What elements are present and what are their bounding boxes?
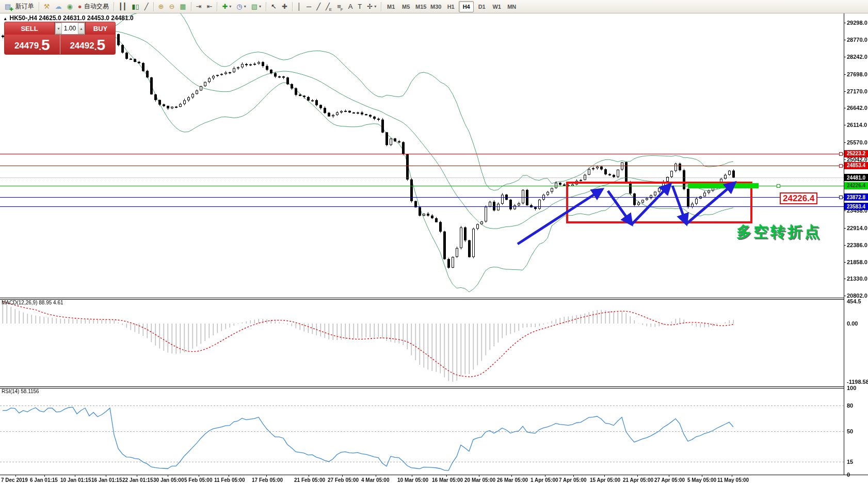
text-button[interactable]: A <box>346 1 355 12</box>
trend-arrow[interactable] <box>686 183 735 224</box>
buy-button[interactable]: BUY <box>85 22 115 35</box>
support-line-23872-badge: 23872.8 <box>844 193 868 201</box>
zoom-out-button[interactable]: ⊖ <box>167 1 176 12</box>
tile-windows-button[interactable]: ▦ <box>178 1 188 12</box>
shapes-button[interactable]: ✢▾ <box>365 1 378 12</box>
channel-button[interactable]: ╱E <box>324 1 334 12</box>
chart-candles-icon: ▮▯ <box>132 1 139 12</box>
indicators-icon: ✚ <box>222 1 228 12</box>
annotation-text[interactable]: 多空转折点 <box>736 222 822 242</box>
chart-line-icon: ╱ <box>144 1 149 12</box>
icon-sub-letter: E <box>329 7 332 12</box>
pivot-price-label[interactable]: 24226.4 <box>780 192 817 204</box>
resistance-line-25223-badge: 25223.2 <box>844 150 868 157</box>
periods-icon: ◷ <box>236 1 242 12</box>
timeframe-m1[interactable]: M1 <box>384 2 398 12</box>
chevron-down-icon: ▾ <box>229 4 231 9</box>
autotrade-button[interactable]: ●自动交易 <box>76 1 111 12</box>
timeframe-h4[interactable]: H4 <box>459 1 474 12</box>
chart-line-button[interactable]: ╱ <box>142 1 151 12</box>
buy-price-display[interactable]: 24492.5 <box>60 35 116 54</box>
chart-candles-button[interactable]: ▮▯ <box>130 1 141 12</box>
autotrade-button-label: 自动交易 <box>84 2 109 11</box>
label-button[interactable]: T <box>356 1 364 12</box>
volume-stepper: ▼ 1.00 ▲ <box>55 22 85 35</box>
rsi-indicator-label: RSI(14) 58.1156 <box>2 388 39 394</box>
trend-arrow[interactable] <box>518 189 602 244</box>
macd-indicator-label: MACD(12,26,9) 88.95 4.61 <box>2 300 63 305</box>
toolbar-separator <box>381 2 381 11</box>
autoscroll-icon: ⇥ <box>196 1 202 12</box>
crosshair-button[interactable]: ✚ <box>280 1 290 12</box>
resistance-line-24853-badge: 24853.4 <box>844 162 868 169</box>
icon-sub-letter: F <box>341 7 343 12</box>
toolbar-separator <box>114 2 114 11</box>
hline-icon: ─ <box>307 1 311 12</box>
chart-shift-button[interactable]: ⇤ <box>205 1 215 12</box>
cursor-icon: ↖ <box>271 1 277 12</box>
pivot-line-24226-badge: 24226.4 <box>844 182 868 189</box>
trend-arrow[interactable] <box>608 191 632 224</box>
cursor-button[interactable]: ↖ <box>269 1 279 12</box>
sell-price-display[interactable]: 24479.5 <box>5 35 60 54</box>
trendline-icon: ╱ <box>316 1 320 12</box>
cloud-sync-button[interactable]: ☁ <box>53 1 64 12</box>
tile-windows-icon: ▦ <box>180 1 186 12</box>
ohlc-title-text: HK50-,H4 24625.0 24631.0 24453.0 24481.0 <box>10 14 134 22</box>
trend-arrow[interactable] <box>672 186 686 224</box>
timeframe-mn[interactable]: MN <box>505 2 519 12</box>
signals-button[interactable]: ◉ <box>65 1 75 12</box>
toolbar-separator <box>266 2 266 11</box>
buy-price-main: 24492 <box>70 39 94 53</box>
zoom-in-button[interactable]: ⊕ <box>156 1 166 12</box>
volume-input[interactable]: 1.00 <box>62 23 78 34</box>
timeframe-m30[interactable]: M30 <box>429 2 443 12</box>
autotrade-icon: ● <box>78 1 82 12</box>
trend-arrows[interactable] <box>0 13 868 486</box>
collapse-trade-panel-icon[interactable]: ▴ <box>4 16 7 21</box>
new-order-button-label: 新订单 <box>15 2 34 11</box>
support-line-23583-badge: 23583.4 <box>844 203 868 210</box>
plus-accent-icon: ✚ <box>9 6 13 12</box>
timeframe-d1[interactable]: D1 <box>475 2 489 12</box>
trend-arrow[interactable] <box>632 184 670 224</box>
timeframe-m15[interactable]: M15 <box>414 2 428 12</box>
cloud-sync-icon: ☁ <box>55 1 62 12</box>
templates-button[interactable]: ▧▾ <box>249 1 263 12</box>
periods-button[interactable]: ◷▾ <box>234 1 248 12</box>
hline-button[interactable]: ─ <box>304 1 313 12</box>
templates-icon: ▧ <box>251 1 258 12</box>
timeframe-w1[interactable]: W1 <box>490 2 504 12</box>
chart-bars-button[interactable]: ┃┃ <box>117 1 129 12</box>
volume-decrease-button[interactable]: ▼ <box>55 23 62 34</box>
toolbar-separator <box>217 2 217 11</box>
chevron-down-icon: ▾ <box>374 4 376 9</box>
timeframe-m5[interactable]: M5 <box>399 2 413 12</box>
new-order-button[interactable]: ▤✚新订单 <box>3 1 36 12</box>
autoscroll-button[interactable]: ⇥ <box>194 1 204 12</box>
hammer-icon-icon: ⚒ <box>44 1 50 12</box>
one-click-trading-panel: SELL ▼ 1.00 ▲ BUY 24479.5 24492.5 <box>5 22 115 54</box>
timeframe-h1[interactable]: H1 <box>444 2 458 12</box>
hammer-icon-button[interactable]: ⚒ <box>42 1 52 12</box>
indicators-button[interactable]: ✚▾ <box>220 1 233 12</box>
chevron-down-icon: ▾ <box>259 4 261 9</box>
chart-window: ▴HK50-,H4 24625.0 24631.0 24453.0 24481.… <box>0 13 868 486</box>
sell-price-frac: 5 <box>41 37 50 53</box>
crosshair-icon: ✚ <box>282 1 287 12</box>
zoom-in-icon: ⊕ <box>158 1 164 12</box>
toolbar-separator <box>292 2 293 11</box>
mt4-terminal: ▤✚新订单⚒☁◉●自动交易┃┃▮▯╱⊕⊖▦⇥⇤✚▾◷▾▧▾↖✚│─╱╱E≡FAT… <box>0 0 868 486</box>
volume-increase-button[interactable]: ▲ <box>78 23 85 34</box>
sell-price-main: 24479 <box>14 39 39 53</box>
toolbar-separator <box>39 2 39 11</box>
toolbar: ▤✚新订单⚒☁◉●自动交易┃┃▮▯╱⊕⊖▦⇥⇤✚▾◷▾▧▾↖✚│─╱╱E≡FAT… <box>0 0 868 13</box>
chart-bars-icon: ┃┃ <box>119 1 127 12</box>
chart-shift-icon: ⇤ <box>207 1 213 12</box>
trendline-button[interactable]: ╱ <box>314 1 323 12</box>
chevron-down-icon: ▾ <box>244 4 246 9</box>
buy-price-frac: 5 <box>97 37 105 53</box>
fibonacci-button[interactable]: ≡F <box>335 1 345 12</box>
sell-button[interactable]: SELL <box>5 22 55 35</box>
vline-button[interactable]: │ <box>295 1 303 12</box>
